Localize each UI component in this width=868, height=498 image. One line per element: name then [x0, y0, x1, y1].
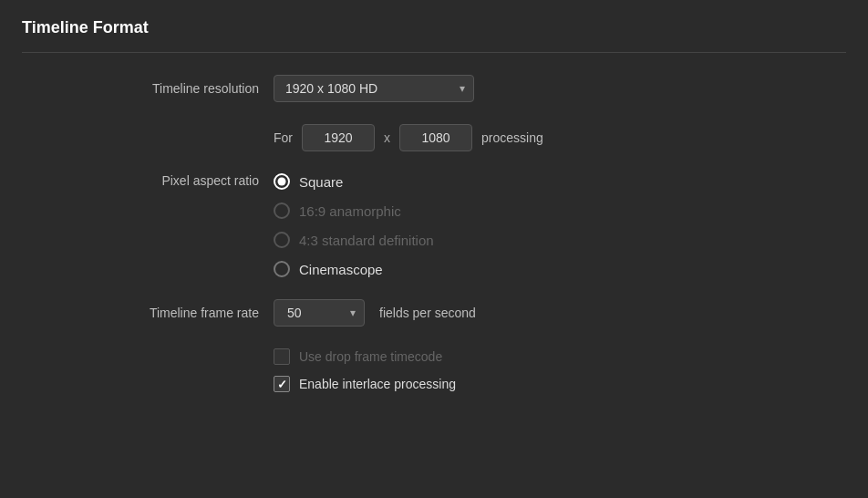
pixel-aspect-ratio-row: Pixel aspect ratio Square 16:9 anamorphi…	[77, 173, 846, 277]
width-input[interactable]	[302, 124, 375, 151]
page-container: Timeline Format Timeline resolution 1920…	[0, 0, 868, 498]
interlace-label: Enable interlace processing	[299, 377, 456, 391]
radio-label-cinemascope: Cinemascope	[299, 262, 383, 277]
timeline-frame-rate-row: Timeline frame rate 23.976 24 25 29.97 3…	[77, 299, 846, 327]
divider	[22, 52, 846, 53]
drop-frame-option: Use drop frame timecode	[274, 348, 846, 365]
checkbox-group: Use drop frame timecode Enable interlace…	[77, 348, 846, 392]
fields-per-second-label: fields per second	[379, 306, 476, 320]
timeline-resolution-row: Timeline resolution 1920 x 1080 HD 3840 …	[77, 75, 846, 102]
frame-rate-select[interactable]: 23.976 24 25 29.97 30 48 50 59.94 60	[274, 299, 365, 327]
radio-option-anamorphic: 16:9 anamorphic	[274, 202, 434, 219]
page-title: Timeline Format	[22, 18, 846, 37]
timeline-frame-rate-label: Timeline frame rate	[77, 306, 259, 320]
radio-option-square[interactable]: Square	[274, 173, 434, 190]
interlace-option[interactable]: Enable interlace processing	[274, 376, 846, 392]
timeline-resolution-select-wrapper: 1920 x 1080 HD 3840 x 2160 UHD 1280 x 72…	[274, 75, 474, 102]
for-processing-row: For x processing	[77, 124, 846, 151]
height-input[interactable]	[399, 124, 472, 151]
radio-option-cinemascope[interactable]: Cinemascope	[274, 261, 434, 277]
pixel-aspect-ratio-group: Square 16:9 anamorphic 4:3 standard defi…	[274, 173, 434, 277]
radio-square[interactable]	[274, 173, 290, 190]
drop-frame-checkbox	[274, 348, 290, 365]
radio-label-sd43: 4:3 standard definition	[299, 233, 434, 248]
interlace-checkbox[interactable]	[274, 376, 290, 392]
radio-label-square: Square	[299, 174, 343, 190]
radio-cinemascope[interactable]	[274, 261, 290, 277]
processing-label: processing	[481, 130, 543, 145]
radio-label-anamorphic: 16:9 anamorphic	[299, 203, 401, 219]
radio-anamorphic	[274, 202, 290, 219]
timeline-resolution-select[interactable]: 1920 x 1080 HD 3840 x 2160 UHD 1280 x 72…	[274, 75, 474, 102]
frame-rate-select-wrapper: 23.976 24 25 29.97 30 48 50 59.94 60 ▾	[274, 299, 365, 327]
x-separator: x	[384, 130, 390, 145]
drop-frame-label: Use drop frame timecode	[299, 349, 442, 364]
pixel-aspect-ratio-label: Pixel aspect ratio	[77, 173, 259, 188]
form-section: Timeline resolution 1920 x 1080 HD 3840 …	[22, 75, 846, 392]
timeline-resolution-label: Timeline resolution	[77, 81, 259, 96]
for-label: For	[274, 130, 293, 145]
radio-sd43	[274, 232, 290, 248]
radio-option-sd43: 4:3 standard definition	[274, 232, 434, 248]
